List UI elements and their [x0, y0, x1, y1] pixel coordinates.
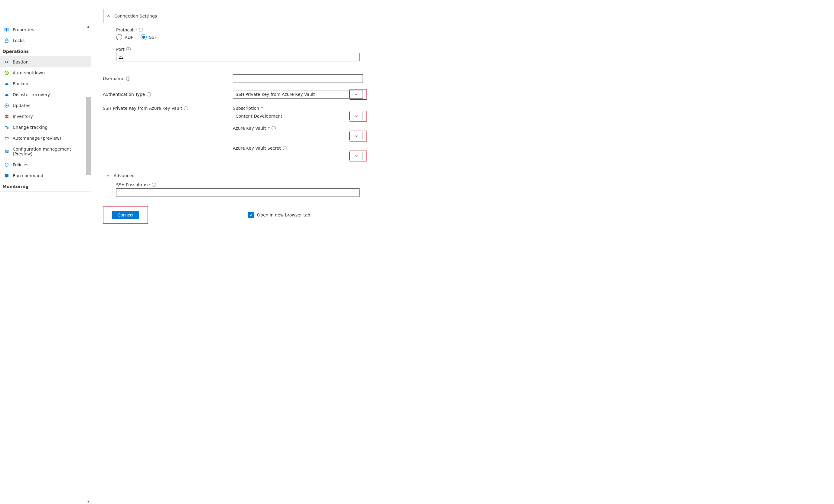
advanced-header[interactable]: Advanced [103, 169, 363, 182]
info-icon[interactable]: i [139, 28, 143, 32]
updates-icon [4, 103, 9, 108]
sidebar-item-auto-shutdown[interactable]: Auto-shutdown [0, 67, 91, 78]
sidebar-item-label: Automanage (preview) [13, 136, 61, 140]
chevron-up-icon [106, 174, 110, 178]
ssh-keyvault-label: SSH Private Key from Azure Key Vault [103, 106, 182, 111]
sidebar-item-label: Configuration management (Preview) [13, 147, 87, 156]
info-icon[interactable]: i [126, 76, 130, 81]
sidebar-item-policies[interactable]: Policies [0, 159, 91, 170]
required-asterisk: * [261, 106, 263, 111]
azure-key-vault-select[interactable] [233, 132, 363, 140]
svg-rect-12 [5, 174, 8, 177]
ssh-passphrase-input[interactable] [116, 188, 359, 197]
inventory-icon [4, 114, 9, 119]
svg-rect-3 [5, 40, 8, 42]
info-icon[interactable]: i [184, 106, 188, 110]
sidebar-item-label: Inventory [13, 114, 33, 119]
connection-settings-header[interactable]: Connection Settings [103, 9, 182, 23]
auth-type-label: Authentication Type [103, 92, 145, 97]
required-asterisk: * [268, 126, 270, 131]
auto-shutdown-icon [4, 70, 9, 75]
checkbox-checked-icon [248, 212, 254, 218]
info-icon[interactable]: i [152, 183, 156, 187]
scroll-up-icon[interactable]: ▲ [86, 24, 91, 29]
chevron-down-icon [349, 112, 363, 120]
backup-icon [4, 81, 9, 86]
svg-rect-13 [6, 177, 7, 177]
subscription-label: Subscription [233, 106, 259, 111]
scroll-down-icon[interactable]: ▼ [86, 499, 91, 504]
svg-point-6 [6, 105, 7, 106]
radio-checked-icon [140, 34, 147, 40]
automanage-icon [4, 136, 9, 140]
chevron-down-icon [349, 152, 363, 160]
locks-icon [4, 38, 9, 43]
run-command-icon [4, 173, 9, 178]
sidebar-item-label: Run command [13, 173, 43, 178]
sidebar-item-properties[interactable]: Properties [0, 24, 91, 35]
sidebar-item-label: Backup [13, 81, 28, 86]
configuration-management-icon [4, 149, 9, 154]
sidebar-item-configuration-management[interactable]: Configuration management (Preview) [0, 144, 91, 159]
subscription-value: Content Development [236, 114, 282, 118]
ssh-passphrase-label: SSH Passphrase [116, 182, 150, 187]
radio-unchecked-icon [116, 34, 122, 40]
username-label: Username [103, 76, 124, 81]
sidebar-item-locks[interactable]: Locks [0, 35, 91, 46]
open-new-tab-checkbox[interactable]: Open in new browser tab [248, 212, 310, 218]
properties-icon [4, 27, 9, 32]
sidebar-item-disaster-recovery[interactable]: Disaster recovery [0, 89, 91, 100]
protocol-radio-group: RDP SSH [116, 34, 363, 40]
connection-settings-label: Connection Settings [114, 14, 157, 18]
info-icon[interactable]: i [271, 126, 276, 130]
main-content: Connection Settings Protocol * i RDP SSH [91, 0, 834, 504]
info-icon[interactable]: i [283, 146, 287, 150]
sidebar-item-label: Updates [13, 103, 30, 108]
policies-icon [4, 162, 9, 167]
auth-type-value: SSH Private Key from Azure Key Vault [236, 92, 315, 97]
azure-key-vault-label: Azure Key Vault [233, 126, 266, 131]
protocol-radio-ssh[interactable]: SSH [140, 34, 157, 40]
radio-label: SSH [149, 35, 157, 40]
disaster-recovery-icon [4, 92, 9, 97]
bastion-icon [4, 60, 9, 64]
scrollbar-thumb[interactable] [86, 97, 91, 175]
sidebar-item-updates[interactable]: Updates [0, 100, 91, 111]
sidebar-item-bastion[interactable]: Bastion [0, 57, 91, 67]
sidebar-item-change-tracking[interactable]: Change tracking [0, 122, 91, 133]
change-tracking-icon [4, 125, 9, 130]
sidebar-section-monitoring: Monitoring [0, 181, 91, 192]
sidebar-item-run-command[interactable]: Run command [0, 170, 91, 181]
sidebar-item-inventory[interactable]: Inventory [0, 111, 91, 122]
svg-rect-1 [6, 28, 7, 31]
sidebar-section-operations: Operations [0, 46, 91, 57]
sidebar-item-backup[interactable]: Backup [0, 78, 91, 89]
azure-key-vault-secret-label: Azure Key Vault Secret [233, 146, 281, 151]
sidebar-item-label: Change tracking [13, 125, 47, 130]
svg-rect-2 [7, 28, 8, 31]
port-label: Port [116, 47, 125, 52]
advanced-label: Advanced [114, 173, 135, 178]
connect-button[interactable]: Connect [112, 211, 139, 219]
info-icon[interactable]: i [126, 47, 131, 51]
svg-rect-10 [5, 137, 8, 139]
protocol-radio-rdp[interactable]: RDP [116, 34, 133, 40]
protocol-label: Protocol [116, 27, 133, 32]
info-icon[interactable]: i [147, 92, 151, 96]
svg-rect-0 [4, 28, 5, 31]
auth-type-select[interactable]: SSH Private Key from Azure Key Vault [233, 90, 363, 98]
chevron-down-icon [349, 132, 363, 140]
username-input[interactable] [233, 74, 363, 83]
sidebar-item-label: Disaster recovery [13, 92, 50, 97]
sidebar-item-label: Locks [13, 38, 24, 43]
sidebar-item-label: Policies [13, 162, 28, 167]
azure-key-vault-secret-select[interactable] [233, 152, 363, 160]
sidebar-item-automanage[interactable]: Automanage (preview) [0, 133, 91, 144]
chevron-up-icon [106, 14, 111, 18]
sidebar-item-label: Bastion [13, 60, 28, 64]
sidebar-item-label: Auto-shutdown [13, 70, 45, 75]
chevron-down-icon [349, 90, 363, 98]
port-input[interactable] [116, 53, 359, 61]
sidebar-item-label: Properties [13, 27, 34, 32]
subscription-select[interactable]: Content Development [233, 112, 363, 120]
